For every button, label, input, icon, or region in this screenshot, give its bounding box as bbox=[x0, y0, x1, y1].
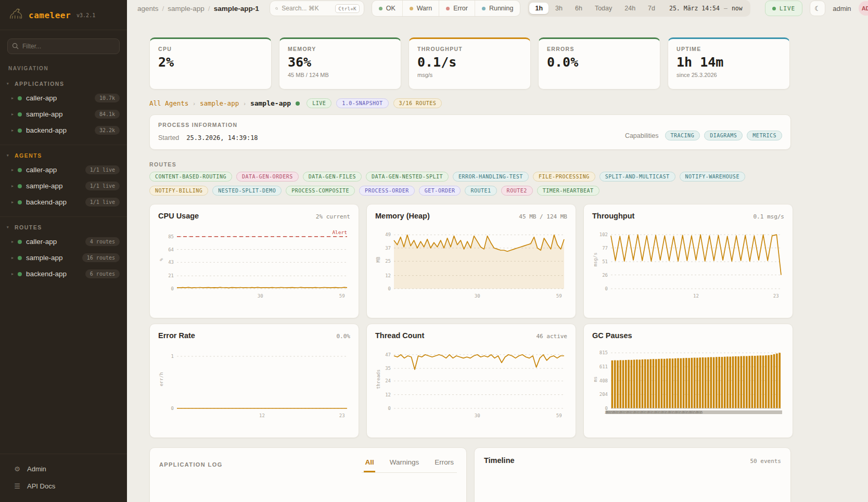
sidebar-item-sample-app[interactable]: ▸sample-app1/1 live bbox=[0, 178, 127, 194]
agent-badge-1-0-snapshot[interactable]: 1.0-SNAPSHOT bbox=[336, 98, 388, 108]
content: CPU2%MEMORY36%45 MB / 124 MBTHROUGHPUT0.… bbox=[127, 17, 791, 502]
svg-text:0: 0 bbox=[388, 286, 391, 291]
svg-text:49: 49 bbox=[385, 232, 391, 237]
chart-gc-pauses: GC Pauses8156114082040ms2026-03-25 2026-… bbox=[583, 324, 793, 438]
time-range-3h[interactable]: 3h bbox=[550, 3, 568, 14]
sidebar-section-agents: ▾AGENTS▸caller-app1/1 live▸sample-app1/1… bbox=[0, 145, 127, 216]
all-agents-link[interactable]: All Agents bbox=[149, 99, 188, 107]
time-range-6h[interactable]: 6h bbox=[569, 3, 588, 14]
metric-card-uptime: UPTIME1h 14msince 25.3.2026 bbox=[668, 37, 790, 89]
breadcrumb-current: sample-app-1 bbox=[214, 5, 259, 12]
svg-text:12: 12 bbox=[385, 392, 391, 397]
sidebar-item-caller-app[interactable]: ▸caller-app10.7k bbox=[0, 90, 127, 106]
chart-title: CPU Usage bbox=[158, 212, 199, 220]
sidebar-item-badge: 1/1 live bbox=[85, 182, 120, 190]
sidebar-section-header[interactable]: ▾AGENTS bbox=[0, 150, 127, 162]
time-range-7d[interactable]: 7d bbox=[642, 3, 661, 14]
sidebar-item-caller-app[interactable]: ▸caller-app1/1 live bbox=[0, 162, 127, 178]
sidebar-section-header[interactable]: ▾APPLICATIONS bbox=[0, 79, 127, 90]
route-chip-content-based-routing[interactable]: CONTENT-BASED-ROUTING bbox=[149, 172, 232, 182]
bottom-row: APPLICATION LOG AllWarningsErrors Timeli… bbox=[149, 447, 798, 502]
log-tab-warnings[interactable]: Warnings bbox=[389, 458, 420, 472]
application-log-title: APPLICATION LOG bbox=[159, 461, 223, 473]
sidebar-item-sample-app[interactable]: ▸sample-app16 routes bbox=[0, 250, 127, 266]
route-chip-data-gen-orders[interactable]: DATA-GEN-ORDERS bbox=[236, 172, 299, 182]
capabilities: Capabilities TRACINGDIAGRAMSMETRICS bbox=[625, 131, 782, 140]
sidebar-item-backend-app[interactable]: ▸backend-app32.2k bbox=[0, 122, 127, 138]
log-tab-all[interactable]: All bbox=[364, 458, 375, 472]
user-name[interactable]: admin bbox=[833, 5, 851, 12]
app-name: cameleer bbox=[29, 10, 71, 20]
logo[interactable]: cameleer v3.2.1 bbox=[0, 0, 127, 30]
route-chip-process-composite[interactable]: PROCESS-COMPOSITE bbox=[286, 186, 355, 196]
svg-text:59: 59 bbox=[339, 293, 345, 299]
date-range[interactable]: 25. März 14:54 — now bbox=[662, 5, 749, 12]
chart-current-value: 45 MB / 124 MB bbox=[519, 213, 567, 220]
chart-canvas: 10err/h1223 bbox=[158, 343, 351, 421]
svg-text:21: 21 bbox=[168, 273, 174, 278]
log-tab-errors[interactable]: Errors bbox=[433, 458, 455, 472]
svg-text:47: 47 bbox=[385, 352, 391, 357]
route-chip-notify-warehouse[interactable]: NOTIFY-WAREHOUSE bbox=[680, 172, 745, 182]
status-dot-icon bbox=[18, 240, 22, 244]
route-chips: CONTENT-BASED-ROUTINGDATA-GEN-ORDERSDATA… bbox=[149, 172, 791, 196]
route-chip-route2[interactable]: ROUTE2 bbox=[501, 186, 533, 196]
route-chip-route1[interactable]: ROUTE1 bbox=[465, 186, 496, 196]
status-filter-running[interactable]: Running bbox=[475, 1, 520, 16]
capability-badge-metrics[interactable]: METRICS bbox=[747, 131, 782, 140]
breadcrumb-separator: / bbox=[208, 5, 210, 12]
chart-header: CPU Usage2% current bbox=[158, 212, 350, 220]
agent-badge-live[interactable]: LIVE bbox=[307, 98, 331, 108]
status-filter-error[interactable]: Error bbox=[439, 1, 475, 16]
capability-badge-diagrams[interactable]: DIAGRAMS bbox=[704, 131, 743, 140]
metric-sub: msg/s bbox=[417, 72, 522, 78]
sidebar-item-label: backend-app bbox=[26, 198, 81, 206]
breadcrumb-agents[interactable]: agents bbox=[137, 5, 159, 12]
live-badge[interactable]: LIVE bbox=[765, 1, 803, 16]
chart-title: Thread Count bbox=[375, 331, 424, 340]
route-chip-file-processing[interactable]: FILE-PROCESSING bbox=[533, 172, 595, 182]
chart-current-value: 0.1 msg/s bbox=[753, 213, 784, 220]
sidebar-item-caller-app[interactable]: ▸caller-app4 routes bbox=[0, 234, 127, 250]
started-value: 25.3.2026, 14:39:18 bbox=[186, 134, 258, 141]
route-chip-process-order[interactable]: PROCESS-ORDER bbox=[359, 186, 415, 196]
search-input[interactable] bbox=[282, 5, 331, 12]
sidebar-item-backend-app[interactable]: ▸backend-app6 routes bbox=[0, 266, 127, 282]
status-filter-warn[interactable]: Warn bbox=[402, 1, 439, 16]
route-chip-data-gen-files[interactable]: DATA-GEN-FILES bbox=[303, 172, 362, 182]
svg-text:12: 12 bbox=[693, 293, 699, 299]
capability-badge-tracing[interactable]: TRACING bbox=[665, 131, 700, 140]
breadcrumb-sample-app[interactable]: sample-app bbox=[168, 5, 205, 12]
avatar[interactable]: AD bbox=[859, 1, 868, 16]
time-range-today[interactable]: Today bbox=[589, 3, 618, 14]
route-chip-timer-heartbeat[interactable]: TIMER-HEARTBEAT bbox=[537, 186, 599, 196]
agent-app-link[interactable]: sample-app bbox=[200, 99, 239, 107]
sidebar-item-sample-app[interactable]: ▸sample-app84.1k bbox=[0, 106, 127, 122]
global-search[interactable]: Ctrl+K bbox=[270, 1, 364, 16]
sidebar-item-badge: 16 routes bbox=[82, 253, 120, 262]
status-dot-icon bbox=[379, 7, 382, 10]
time-range-24h[interactable]: 24h bbox=[619, 3, 641, 14]
svg-text:2026-03-25 2026-03-25 2026-03-: 2026-03-25 2026-03-25 2026-03-25 2026-03… bbox=[605, 410, 703, 415]
status-filter-ok[interactable]: OK bbox=[372, 1, 402, 16]
timeline-panel: Timeline 50 events bbox=[474, 447, 791, 502]
route-chip-nested-split-demo[interactable]: NESTED-SPLIT-DEMO bbox=[212, 186, 282, 196]
agent-badge-3-16-routes[interactable]: 3/16 ROUTES bbox=[393, 98, 442, 108]
metric-value: 2% bbox=[158, 55, 263, 70]
sidebar-footer-admin[interactable]: ⚙Admin bbox=[0, 460, 127, 478]
theme-toggle-button[interactable]: ☾ bbox=[810, 1, 825, 16]
route-chip-split-and-multicast[interactable]: SPLIT-AND-MULTICAST bbox=[599, 172, 675, 182]
filter-input[interactable] bbox=[7, 38, 120, 54]
chevron-right-icon: ▸ bbox=[11, 96, 14, 100]
route-chip-error-handling-test[interactable]: ERROR-HANDLING-TEST bbox=[453, 172, 529, 182]
route-chip-notify-billing[interactable]: NOTIFY-BILLING bbox=[149, 186, 208, 196]
chart-canvas: 493725120MB3059 bbox=[375, 223, 568, 301]
sidebar-section-header[interactable]: ▾ROUTES bbox=[0, 222, 127, 234]
svg-text:%: % bbox=[159, 258, 164, 261]
route-chip-data-gen-nested-split[interactable]: DATA-GEN-NESTED-SPLIT bbox=[366, 172, 449, 182]
sidebar-item-backend-app[interactable]: ▸backend-app1/1 live bbox=[0, 194, 127, 210]
search-icon bbox=[12, 43, 19, 49]
time-range-1h[interactable]: 1h bbox=[529, 3, 548, 14]
route-chip-get-order[interactable]: GET-ORDER bbox=[419, 186, 461, 196]
sidebar-footer-api-docs[interactable]: ☰API Docs bbox=[0, 478, 127, 495]
